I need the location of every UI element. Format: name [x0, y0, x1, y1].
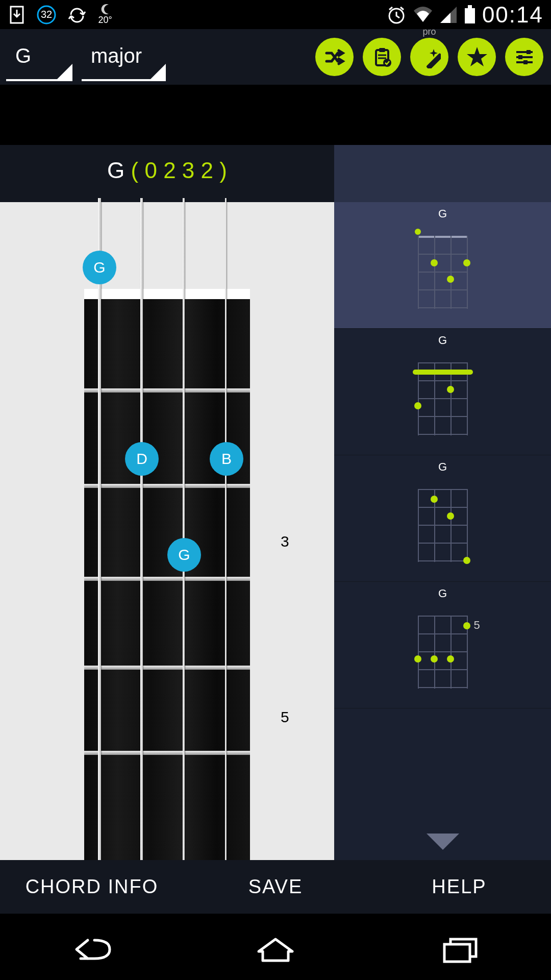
- top-toolbar: G major pro: [0, 29, 551, 85]
- variant-header: [334, 145, 551, 202]
- chord-pattern: ( 0 2 3 2 ): [131, 158, 227, 183]
- finger-marker: G: [83, 251, 116, 284]
- chord-title: G ( 0 2 3 2 ): [0, 158, 334, 183]
- status-left: 32 20°: [8, 4, 113, 26]
- bottom-action-bar: CHORD INFO SAVE HELP: [0, 860, 551, 914]
- svg-rect-10: [518, 55, 522, 59]
- variant-label: G: [438, 460, 447, 474]
- content-area: G ( 0 2 3 2 ) G D G B 3 5 G: [0, 85, 551, 860]
- mini-fretboard: [418, 225, 468, 309]
- scroll-down-icon[interactable]: [427, 834, 459, 850]
- note-selector[interactable]: G: [6, 33, 72, 81]
- variant-label: G: [438, 587, 447, 600]
- main-fretboard-panel: G ( 0 2 3 2 ) G D G B 3 5: [0, 85, 334, 860]
- svg-rect-11: [523, 60, 528, 64]
- mini-fretboard: 5: [418, 604, 468, 689]
- string-line: [98, 198, 101, 860]
- type-selector[interactable]: major: [82, 33, 166, 81]
- back-icon: [66, 934, 117, 965]
- string-line: [140, 198, 143, 860]
- clock-text: 00:14: [482, 2, 543, 28]
- chord-variant[interactable]: G: [334, 455, 551, 582]
- string-line: [225, 198, 227, 860]
- star-icon: [465, 45, 489, 69]
- finger-marker: D: [125, 442, 159, 476]
- fret-number: 3: [281, 533, 289, 550]
- wifi-icon: [413, 6, 433, 24]
- date-badge-icon: 32: [36, 5, 57, 25]
- svg-rect-9: [527, 50, 531, 54]
- fret-number: 5: [281, 708, 289, 726]
- svg-rect-6: [379, 48, 385, 52]
- variant-label: G: [438, 334, 447, 347]
- mini-fretboard: [418, 351, 468, 435]
- svg-rect-4: [468, 5, 472, 8]
- type-selector-value: major: [91, 44, 142, 67]
- settings-button[interactable]: [505, 38, 543, 76]
- chord-variant[interactable]: G: [334, 202, 551, 329]
- note-selector-value: G: [15, 44, 31, 67]
- battery-icon: [464, 5, 476, 24]
- help-button[interactable]: HELP: [367, 876, 551, 898]
- nav-home-button[interactable]: [184, 919, 367, 980]
- chord-variant[interactable]: G: [334, 329, 551, 455]
- signal-icon: [439, 6, 458, 24]
- favorite-button[interactable]: [458, 38, 496, 76]
- recent-apps-icon: [436, 934, 482, 965]
- save-button[interactable]: SAVE: [184, 876, 367, 898]
- checklist-button[interactable]: [363, 38, 401, 76]
- magic-wand-icon: [418, 46, 441, 68]
- download-icon: [8, 6, 26, 24]
- variant-label: G: [438, 207, 447, 220]
- pro-badge: pro: [422, 27, 436, 37]
- shuffle-button[interactable]: [315, 38, 354, 76]
- shuffle-icon: [323, 46, 346, 68]
- chord-root: G: [107, 158, 124, 183]
- clipboard-check-icon: [371, 46, 393, 68]
- alarm-icon: [386, 5, 407, 25]
- dropdown-indicator-icon: [151, 64, 166, 79]
- chord-info-button[interactable]: CHORD INFO: [0, 876, 184, 898]
- android-nav-bar: [0, 914, 551, 980]
- home-icon: [253, 934, 298, 965]
- chord-variant[interactable]: G 5: [334, 582, 551, 708]
- sliders-icon: [513, 46, 536, 68]
- magic-button[interactable]: pro: [410, 38, 448, 76]
- svg-rect-3: [465, 8, 475, 23]
- status-right: 00:14: [386, 2, 543, 28]
- nav-recent-button[interactable]: [367, 919, 551, 980]
- finger-marker: B: [210, 442, 243, 476]
- variant-list[interactable]: G G G: [334, 145, 551, 860]
- status-bar: 32 20° 00:14: [0, 0, 551, 29]
- svg-rect-12: [444, 944, 470, 962]
- weather-icon: 20°: [97, 4, 113, 26]
- finger-marker: G: [167, 538, 201, 572]
- dropdown-indicator-icon: [57, 64, 72, 79]
- sync-icon: [67, 6, 87, 24]
- nav-back-button[interactable]: [0, 919, 184, 980]
- string-line: [183, 198, 185, 860]
- mini-fretboard: [418, 478, 468, 562]
